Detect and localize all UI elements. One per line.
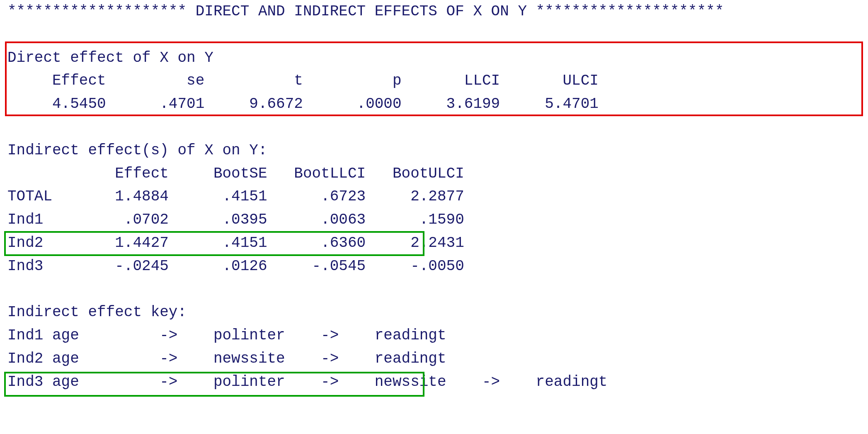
highlight-green-box-ind2-key: [4, 372, 424, 397]
indirect-row-total: TOTAL 1.4884 .4151 .6723 2.2877: [7, 185, 861, 208]
header-star-line: ******************** DIRECT AND INDIRECT…: [7, 0, 861, 23]
indirect-columns: Effect BootSE BootLLCI BootULCI: [7, 162, 861, 185]
key-row-ind2: Ind2 age -> newssite -> readingt: [7, 347, 861, 371]
output-container: ******************** DIRECT AND INDIRECT…: [0, 0, 868, 394]
blank-line-2: [7, 116, 861, 139]
key-row-ind1: Ind1 age -> polinter -> readingt: [7, 324, 861, 347]
key-title: Indirect effect key:: [7, 301, 861, 324]
indirect-title: Indirect effect(s) of X on Y:: [7, 139, 861, 162]
highlight-green-box-ind2-row: [4, 231, 424, 256]
indirect-row-ind1: Ind1 .0702 .0395 .0063 .1590: [7, 208, 861, 232]
indirect-row-ind3: Ind3 -.0245 .0126 -.0545 -.0050: [7, 255, 861, 278]
highlight-red-box-direct: [5, 41, 863, 116]
blank-line-3: [7, 278, 861, 301]
